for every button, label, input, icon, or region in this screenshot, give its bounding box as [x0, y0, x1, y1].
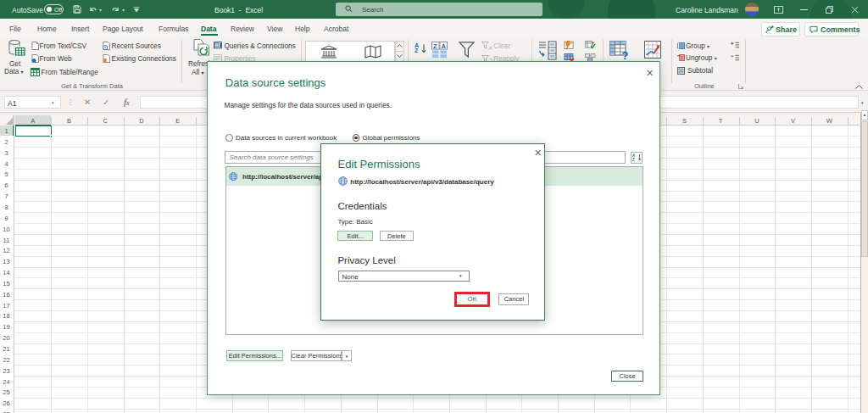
svg-text:A: A — [441, 42, 446, 49]
svg-text:?: ? — [622, 49, 629, 61]
svg-text:Z: Z — [433, 42, 437, 49]
